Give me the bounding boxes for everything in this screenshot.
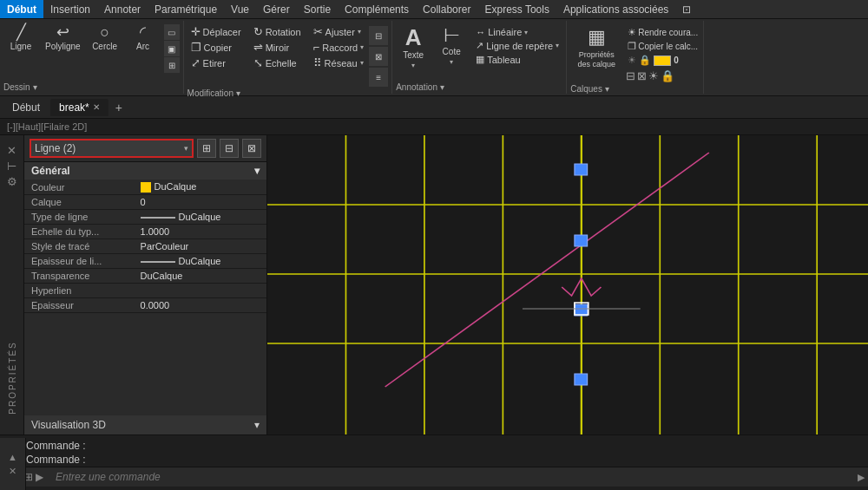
tool-texte[interactable]: A Texte ▾	[396, 24, 431, 71]
texte-icon: A	[405, 26, 422, 49]
mini-tool-2[interactable]: ⊠	[637, 69, 647, 82]
menu-complements[interactable]: Compléments	[338, 0, 416, 18]
echelle-label: Echelle	[266, 58, 297, 69]
prop-pin-btn[interactable]: ⊢	[4, 158, 20, 173]
tool-ajuster[interactable]: ✂ Ajuster ▾	[310, 24, 368, 39]
prop-value-epaisseur[interactable]: 0.0000	[134, 298, 266, 313]
calques-arrow[interactable]: ▾	[605, 84, 609, 94]
extra-tool-2[interactable]: ⊠	[369, 47, 388, 66]
tool-miroir[interactable]: ⇌ Miroir	[250, 40, 305, 55]
tool-polyligne[interactable]: ↩ Polyligne	[42, 23, 84, 53]
tool-reseau[interactable]: ⠿ Réseau ▾	[310, 56, 368, 70]
cmd-arrow-right: ▶	[36, 471, 43, 483]
menu-collaborer[interactable]: Collaborer	[416, 0, 477, 18]
ajuster-arrow: ▾	[358, 28, 361, 36]
menu-vue[interactable]: Vue	[224, 0, 256, 18]
btn-proprietes-calque[interactable]: ▦ Propriétésdes calque	[570, 24, 622, 71]
tab-break[interactable]: break* ✕	[50, 99, 108, 116]
texte-label: Texte	[403, 50, 424, 60]
repere-arrow: ▾	[556, 42, 559, 49]
menu-window[interactable]: ⊡	[675, 0, 698, 18]
mini-tool-1[interactable]: ⊟	[626, 69, 635, 82]
drawing-canvas[interactable]	[267, 135, 868, 434]
extra-tool-1[interactable]: ⊟	[369, 26, 388, 45]
prop-row-epaisseur-li: Epaisseur de li... DuCalque	[24, 254, 266, 269]
extra-tool-3[interactable]: ≡	[369, 68, 388, 87]
menu-applications[interactable]: Applications associées	[556, 0, 675, 18]
menu-debut[interactable]: Début	[0, 0, 43, 18]
menu-parametrique[interactable]: Paramétrique	[148, 0, 224, 18]
cmd-close-btn[interactable]: ✕	[9, 466, 16, 467]
menu-express[interactable]: Express Tools	[477, 0, 556, 18]
section-general-label: Général	[31, 165, 70, 177]
prop-value-epaisseur-li[interactable]: DuCalque	[134, 254, 266, 269]
copier-calque-label: Copier le calc...	[638, 42, 698, 51]
rect-tool[interactable]: ▭	[164, 24, 180, 40]
tool-arc[interactable]: ◜ Arc	[126, 23, 161, 53]
annotation-arrow[interactable]: ▾	[440, 82, 444, 92]
prop-label-hyperlien: Hyperlien	[24, 284, 134, 298]
etirer-label: Etirer	[203, 58, 226, 69]
menu-annoter[interactable]: Annoter	[97, 0, 148, 18]
prop-settings-btn[interactable]: ⚙	[4, 173, 20, 189]
menu-insertion[interactable]: Insertion	[43, 0, 97, 18]
prop-value-style[interactable]: ParCouleur	[134, 239, 266, 254]
reseau-label: Réseau	[325, 58, 358, 69]
color-box	[654, 56, 671, 66]
section-viz-arrow: ▾	[254, 419, 260, 431]
prop-value-echelle[interactable]: 1.0000	[134, 225, 266, 239]
tool-ligne[interactable]: ╱ Ligne	[3, 23, 38, 53]
prop-value-transparence[interactable]: DuCalque	[134, 269, 266, 284]
modification-label: Modification ▾	[187, 87, 389, 98]
main-area: ✕ ⊢ ⚙ PROPRIÉTÉS Ligne (2) ▾ ⊞ ⊟ ⊠ Génér…	[0, 135, 868, 434]
gradient-tool[interactable]: ⊞	[164, 57, 180, 73]
tool-lineaire[interactable]: ↔ Linéaire ▾	[472, 26, 562, 38]
prop-close-btn[interactable]: ✕	[4, 142, 20, 158]
tool-rotation[interactable]: ↻ Rotation	[250, 24, 305, 39]
cmd-scroll-up[interactable]: ▲	[8, 452, 17, 462]
prop-label-couleur: Couleur	[24, 180, 134, 195]
prop-label-echelle: Echelle du typ...	[24, 225, 134, 239]
tab-debut[interactable]: Début	[3, 99, 49, 116]
tool-deplacer[interactable]: ✛ Déplacer	[187, 24, 245, 39]
tool-etirer[interactable]: ⤢ Etirer	[187, 56, 245, 70]
tool-ligne-repere[interactable]: ↗ Ligne de repère ▾	[472, 39, 562, 52]
dessin-dropdown-arrow[interactable]: ▾	[33, 82, 37, 92]
props-object-dropdown[interactable]: Ligne (2) ▾	[30, 139, 194, 158]
tab-break-close[interactable]: ✕	[93, 102, 100, 112]
mini-tool-3[interactable]: ☀	[648, 69, 659, 82]
prop-value-hyperlien[interactable]	[134, 284, 266, 298]
btn-copier-calque[interactable]: ❐ Copier le calc...	[626, 40, 700, 53]
prop-value-couleur[interactable]: DuCalque	[134, 180, 266, 195]
props-tool-btn-3[interactable]: ⊠	[242, 139, 261, 158]
cote-icon: ⊢	[444, 26, 460, 45]
tool-raccord[interactable]: ⌐ Raccord ▾	[310, 40, 368, 55]
modification-arrow[interactable]: ▾	[236, 88, 240, 98]
tab-add-button[interactable]: +	[110, 99, 128, 116]
properties-side-panel: ✕ ⊢ ⚙ PROPRIÉTÉS	[0, 135, 24, 434]
btn-rendre-courante[interactable]: ☀ Rendre coura...	[626, 26, 700, 39]
props-tool-btn-1[interactable]: ⊞	[197, 139, 216, 158]
dessin-label: Dessin ▾	[3, 81, 180, 92]
props-section-viz[interactable]: Visualisation 3D ▾	[24, 415, 266, 434]
mini-tool-4[interactable]: 🔒	[661, 69, 674, 82]
prop-value-calque[interactable]: 0	[134, 195, 266, 210]
tool-echelle[interactable]: ⤡ Echelle	[250, 56, 305, 70]
properties-vertical-label: PROPRIÉTÉS	[7, 341, 16, 414]
tool-cote[interactable]: ⊢ Cote ▾	[434, 24, 469, 68]
tool-tableau[interactable]: ▦ Tableau	[472, 53, 562, 66]
command-input[interactable]	[52, 469, 854, 485]
svg-rect-14	[575, 235, 588, 246]
props-section-general[interactable]: Général ▾	[24, 162, 266, 180]
tabs-bar: Début break* ✕ +	[0, 96, 868, 119]
cmd-scroll-right[interactable]: ▶	[858, 472, 865, 483]
ajuster-icon: ✂	[313, 25, 323, 38]
tool-copier[interactable]: ❐ Copier	[187, 40, 245, 55]
hatch-tool[interactable]: ▣	[164, 41, 180, 56]
ajuster-label: Ajuster	[326, 27, 355, 37]
menu-gerer[interactable]: Gérer	[256, 0, 297, 18]
props-tool-btn-2[interactable]: ⊟	[220, 139, 239, 158]
menu-sortie[interactable]: Sortie	[297, 0, 338, 18]
tool-cercle[interactable]: ○ Cercle	[88, 23, 122, 53]
prop-value-type-ligne[interactable]: DuCalque	[134, 210, 266, 225]
